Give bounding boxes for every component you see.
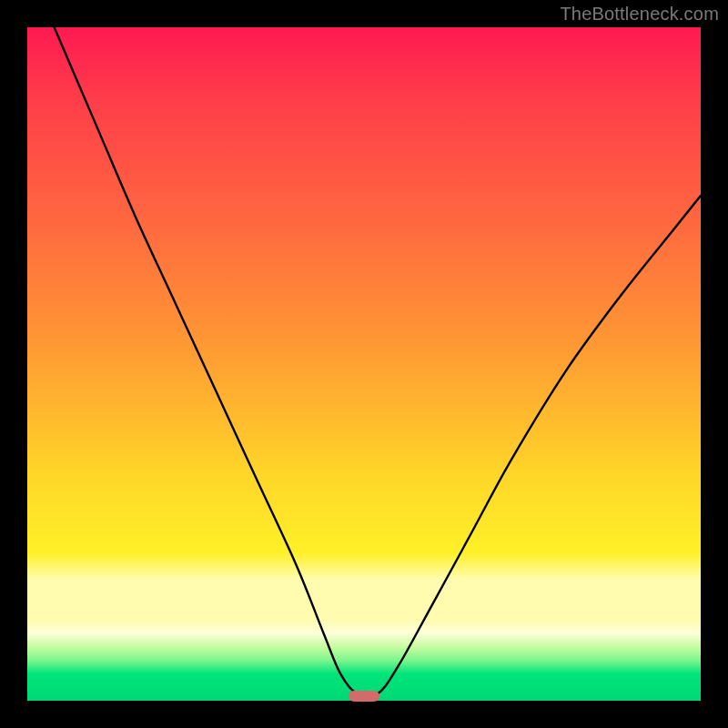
- watermark-text: TheBottleneck.com: [560, 4, 719, 25]
- plot-area: [27, 27, 701, 701]
- curve-path: [55, 27, 701, 697]
- chart-frame: TheBottleneck.com: [0, 0, 728, 728]
- curve-svg: [27, 27, 701, 701]
- trough-marker: [349, 691, 379, 702]
